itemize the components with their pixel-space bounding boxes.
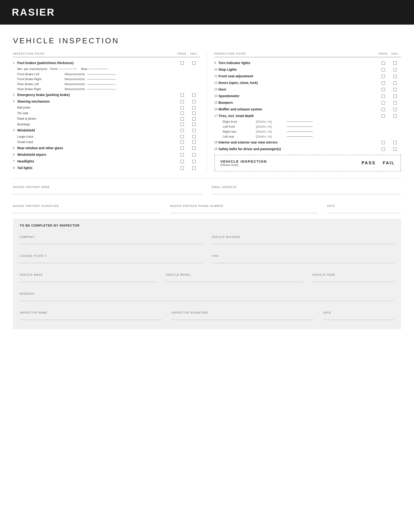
summary-sub: (Please circle): [221, 163, 267, 167]
phone-field: RASIER PARTNER PHONE NUMBER: [170, 202, 318, 213]
muffler-fail-checkbox[interactable]: [394, 108, 397, 111]
right-column: INSPECTION POINT PASS FAIL 9 Turn indica…: [207, 52, 401, 171]
make-field: VEHICLE MAKE: [20, 271, 156, 282]
make-label: VEHICLE MAKE: [20, 274, 156, 276]
right-col-header: INSPECTION POINT PASS FAIL: [214, 52, 401, 57]
model-field: VEHICLE MODEL: [166, 271, 303, 282]
headlights-fail-checkbox[interactable]: [192, 160, 196, 163]
plate-label: LICENSE PLATE #: [20, 255, 202, 257]
tires-fail-checkbox[interactable]: [394, 114, 397, 118]
vin-field: VIN#: [212, 252, 394, 263]
address-field: ADDRESS: [20, 290, 394, 301]
insp-row-18: 18 Interior and exterior rear view mirro…: [214, 139, 401, 146]
ball-joints-pass-checkbox[interactable]: [181, 106, 184, 109]
doors-pass-checkbox[interactable]: [382, 81, 385, 85]
doors-fail-checkbox[interactable]: [394, 81, 397, 85]
insp-row-17: 17 Tires, incl. tread depth: [214, 113, 401, 119]
insp-row-10: 10 Stop Lights: [214, 66, 401, 73]
bushings-pass-checkbox[interactable]: [181, 123, 184, 126]
front-seat-pass-checkbox[interactable]: [382, 75, 385, 78]
mirrors-pass-checkbox[interactable]: [382, 141, 385, 144]
speedometer-pass-checkbox[interactable]: [382, 95, 385, 98]
muffler-pass-checkbox[interactable]: [382, 108, 385, 111]
rear-brake-right-row: Rear Brake Right Measurements: [13, 86, 200, 92]
horn-fail-checkbox[interactable]: [394, 88, 397, 91]
left-fail-header: FAIL: [188, 52, 200, 55]
windshield-fail-checkbox[interactable]: [192, 129, 196, 132]
rack-pinion-fail-checkbox[interactable]: [192, 117, 196, 121]
emerg-brake-fail-checkbox[interactable]: [192, 93, 196, 97]
year-label: VEHICLE YEAR: [312, 274, 394, 276]
turn-indicator-pass-checkbox[interactable]: [382, 61, 385, 65]
seatbelts-pass-checkbox[interactable]: [382, 148, 385, 151]
ball-joints-fail-checkbox[interactable]: [192, 106, 196, 109]
tail-lights-pass-checkbox[interactable]: [181, 166, 184, 170]
brake-min-row: Min. per manufacturer: Front Rear: [13, 66, 200, 72]
emerg-brake-pass-checkbox[interactable]: [181, 93, 184, 97]
stop-lights-pass-checkbox[interactable]: [382, 68, 385, 71]
large-crack-fail-checkbox[interactable]: [192, 135, 196, 138]
mileage-field: VEHICLE MILEAGE: [212, 233, 394, 244]
steering-fail-checkbox[interactable]: [192, 100, 196, 103]
form-divider-1: [13, 179, 401, 179]
inspection-section: INSPECTION POINT PASS FAIL 1 Foot brakes…: [13, 52, 401, 171]
large-crack-pass-checkbox[interactable]: [181, 135, 184, 138]
tail-lights-fail-checkbox[interactable]: [192, 166, 196, 170]
company-label: COMPANY: [20, 236, 202, 238]
steering-pass-checkbox[interactable]: [181, 100, 184, 103]
insp-row-15: 15 Bumpers: [214, 99, 401, 106]
bushings-fail-checkbox[interactable]: [192, 123, 196, 126]
left-pass-header: PASS: [176, 52, 188, 55]
rear-brake-left-row: Rear Brake Left Measurements: [13, 82, 200, 86]
insp-row-7: 7 Headlights: [13, 158, 200, 165]
tie-rods-pass-checkbox[interactable]: [181, 112, 184, 115]
bumpers-fail-checkbox[interactable]: [394, 101, 397, 104]
bumpers-pass-checkbox[interactable]: [382, 101, 385, 104]
tie-rods-fail-checkbox[interactable]: [192, 112, 196, 115]
inspector-row-2: LICENSE PLATE # VIN#: [20, 252, 394, 263]
inspector-name-label: INSPECTOR NAME: [20, 311, 162, 314]
insp-row-5: 5 Rear window and other glass: [13, 145, 200, 151]
rear-window-fail-checkbox[interactable]: [192, 147, 196, 150]
inspector-section-title: TO BE COMPLETED BY INSPECTOR: [20, 224, 394, 227]
partner-name-field: RASIER PARTNER NAME: [13, 183, 202, 194]
insp-row-1: 1 Foot brakes (pads/shoes thickness): [13, 60, 200, 66]
left-insp-point-header: INSPECTION POINT: [13, 52, 176, 55]
mileage-label: VEHICLE MILEAGE: [212, 236, 394, 238]
small-crack-pass-checkbox[interactable]: [181, 141, 184, 144]
form-row-2: RASIER PARTNER SIGNATURE RASIER PARTNER …: [13, 202, 401, 213]
right-insp-point-header: INSPECTION POINT: [214, 52, 377, 55]
inspector-date-field: DATE: [323, 309, 394, 320]
inspector-row-3: VEHICLE MAKE VEHICLE MODEL VEHICLE YEAR: [20, 271, 394, 282]
front-seat-fail-checkbox[interactable]: [394, 75, 397, 78]
model-label: VEHICLE MODEL: [166, 274, 303, 276]
windshield-pass-checkbox[interactable]: [181, 129, 184, 132]
left-front-tire-row: Left front [32nd's / In]: [214, 124, 401, 129]
insp-row-4: 4 Windshield: [13, 127, 200, 133]
wipers-pass-checkbox[interactable]: [181, 153, 184, 157]
foot-brakes-pass-checkbox[interactable]: [181, 61, 184, 65]
phone-label: RASIER PARTNER PHONE NUMBER: [170, 205, 318, 207]
summary-text-group: VEHICLE INSPECTION (Please circle): [221, 159, 267, 167]
foot-brakes-fail-checkbox[interactable]: [192, 61, 196, 65]
wipers-fail-checkbox[interactable]: [192, 153, 196, 157]
summary-label: VEHICLE INSPECTION: [221, 159, 267, 163]
turn-indicator-fail-checkbox[interactable]: [394, 61, 397, 65]
mirrors-fail-checkbox[interactable]: [394, 141, 397, 144]
small-crack-fail-checkbox[interactable]: [192, 141, 196, 144]
email-label: EMAIL ADDRESS: [212, 186, 401, 189]
horn-pass-checkbox[interactable]: [382, 88, 385, 91]
year-field: VEHICLE YEAR: [312, 271, 394, 282]
seatbelts-fail-checkbox[interactable]: [394, 148, 397, 151]
inspector-sig-label: INSPECTOR SIGNATURE: [172, 311, 314, 314]
speedometer-fail-checkbox[interactable]: [394, 95, 397, 98]
insp-row-8: 8 Tail lights: [13, 165, 200, 171]
insp-row-9: 9 Turn indicator lights: [214, 60, 401, 66]
inspector-row-1: COMPANY VEHICLE MILEAGE: [20, 233, 394, 244]
rear-window-pass-checkbox[interactable]: [181, 147, 184, 150]
large-crack-row: Large crack: [13, 133, 200, 139]
rack-pinion-pass-checkbox[interactable]: [181, 117, 184, 121]
headlights-pass-checkbox[interactable]: [181, 160, 184, 163]
stop-lights-fail-checkbox[interactable]: [394, 68, 397, 71]
tires-pass-checkbox[interactable]: [382, 114, 385, 118]
